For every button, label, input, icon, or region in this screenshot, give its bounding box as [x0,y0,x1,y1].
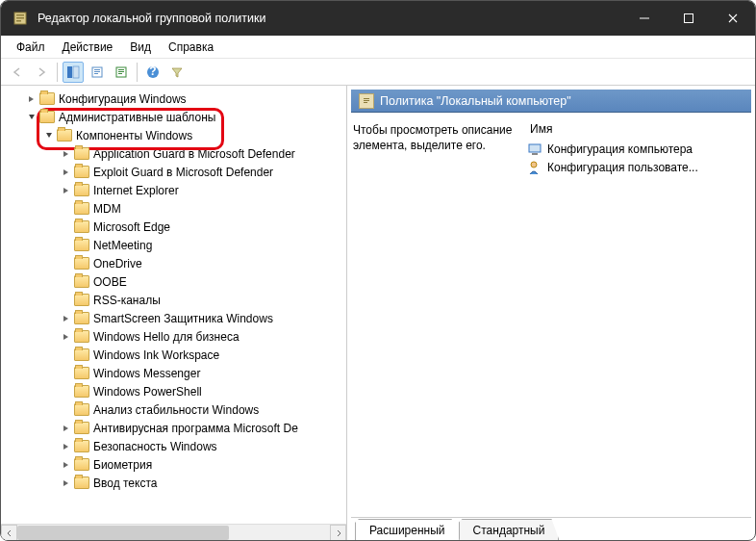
folder-icon [74,220,89,233]
tree-label: Биометрия [93,458,152,472]
tree-item[interactable]: Конфигурация Windows [1,90,346,108]
tree-item[interactable]: Windows PowerShell [1,382,346,400]
tree-item[interactable]: Административные шаблоны [1,108,346,126]
menu-file[interactable]: Файл [9,39,53,56]
tree-item[interactable]: Windows Hello для бизнеса [1,327,346,346]
tree-item[interactable]: Ввод текста [1,474,346,492]
menu-action[interactable]: Действие [55,39,121,56]
folder-icon [39,111,55,123]
folder-icon [74,239,89,251]
tree-item[interactable]: Exploit Guard в Microsoft Defender [1,163,346,181]
tree-item[interactable]: Безопасность Windows [1,437,346,455]
folder-icon [74,166,89,178]
folder-icon [74,147,89,160]
tree-label: Windows Hello для бизнеса [93,330,239,344]
tree-item[interactable]: Application Guard в Microsoft Defender [1,144,346,163]
help-button[interactable]: ? [142,62,164,83]
scroll-left-button[interactable] [1,525,17,540]
expand-icon[interactable] [61,423,72,434]
properties-button[interactable] [87,62,108,83]
toolbar-separator [137,63,138,82]
svg-rect-11 [94,73,98,74]
tree-item[interactable]: Биометрия [1,455,346,474]
expand-icon[interactable] [61,477,72,489]
folder-icon [74,422,89,434]
filter-button[interactable] [166,62,188,83]
folder-icon [74,348,89,361]
folder-icon [74,458,89,471]
tree-item[interactable]: NetMeeting [1,236,346,254]
items-list: Имя Конфигурация компьютера Конфигурация… [524,118,751,517]
export-button[interactable] [111,62,132,83]
tree-item-components[interactable]: Компоненты Windows [1,126,346,144]
tab-standard[interactable]: Стандартный [459,519,560,540]
maximize-button[interactable] [667,1,711,36]
menu-bar: Файл Действие Вид Справка [1,36,755,59]
folder-icon [74,477,89,489]
svg-rect-9 [94,69,100,70]
column-name-header[interactable]: Имя [530,122,552,136]
svg-rect-4 [640,18,649,19]
folder-icon [74,275,89,288]
tree-item[interactable]: Microsoft Edge [1,218,346,236]
title-bar: Редактор локальной групповой политики [1,1,755,36]
expand-icon[interactable] [61,331,72,343]
list-item[interactable]: Конфигурация пользовате... [524,158,751,176]
tree-label: Безопасность Windows [93,440,217,453]
tree-item[interactable]: OOBE [1,272,346,291]
tree-item[interactable]: Windows Messenger [1,364,346,382]
tree-label: Антивирусная программа Microsoft De [93,422,298,435]
tree-item[interactable]: RSS-каналы [1,291,346,309]
svg-rect-20 [364,100,369,101]
tree-item[interactable]: Internet Explorer [1,181,346,199]
tree-item[interactable]: Windows Ink Workspace [1,346,346,364]
svg-rect-5 [685,14,693,23]
show-tree-button[interactable] [63,62,84,83]
collapse-icon[interactable] [26,112,38,123]
menu-view[interactable]: Вид [122,39,159,56]
tree-item[interactable]: OneDrive [1,254,346,272]
list-item[interactable]: Конфигурация компьютера [524,140,751,158]
tab-extended[interactable]: Расширенный [355,519,460,540]
folder-icon [74,367,89,379]
scroll-right-button[interactable] [330,525,346,540]
svg-rect-7 [73,66,79,78]
expand-icon[interactable] [61,185,72,196]
view-tabs: Расширенный Стандартный [351,517,751,540]
window-title: Редактор локальной групповой политики [38,12,622,25]
item-label: Конфигурация пользовате... [547,161,698,174]
expand-icon[interactable] [61,313,72,324]
close-button[interactable] [711,1,755,36]
tree-item[interactable]: Антивирусная программа Microsoft De [1,419,346,437]
svg-rect-19 [364,98,369,99]
tree-item[interactable]: MDM [1,199,346,218]
app-icon [13,11,28,26]
expand-icon[interactable] [61,148,72,160]
user-config-icon [528,160,543,175]
tree-item[interactable]: Анализ стабильности Windows [1,400,346,419]
svg-rect-15 [118,73,122,74]
folder-icon [74,202,89,215]
expand-icon[interactable] [61,459,72,471]
tree-pane: Конфигурация Windows Административные ша… [1,86,347,540]
toolbar-separator [57,63,58,82]
details-header: Политика "Локальный компьютер" [351,90,751,113]
tree-label: Анализ стабильности Windows [93,403,259,417]
expand-icon[interactable] [26,93,38,105]
scroll-thumb[interactable] [17,526,229,540]
expand-icon[interactable] [61,167,72,178]
back-button[interactable] [7,62,28,83]
folder-icon [74,330,89,343]
svg-rect-2 [16,17,24,19]
tree-label: OneDrive [93,257,142,270]
forward-button[interactable] [31,62,52,83]
tree-item[interactable]: SmartScreen Защитника Windows [1,309,346,327]
menu-help[interactable]: Справка [161,39,221,56]
collapse-icon[interactable] [43,130,55,142]
expand-icon[interactable] [61,441,72,452]
minimize-button[interactable] [622,1,667,36]
tree-label: SmartScreen Защитника Windows [93,312,273,325]
column-header-row: Имя [524,118,751,140]
scroll-track[interactable] [17,525,330,540]
horizontal-scrollbar[interactable] [1,524,346,540]
